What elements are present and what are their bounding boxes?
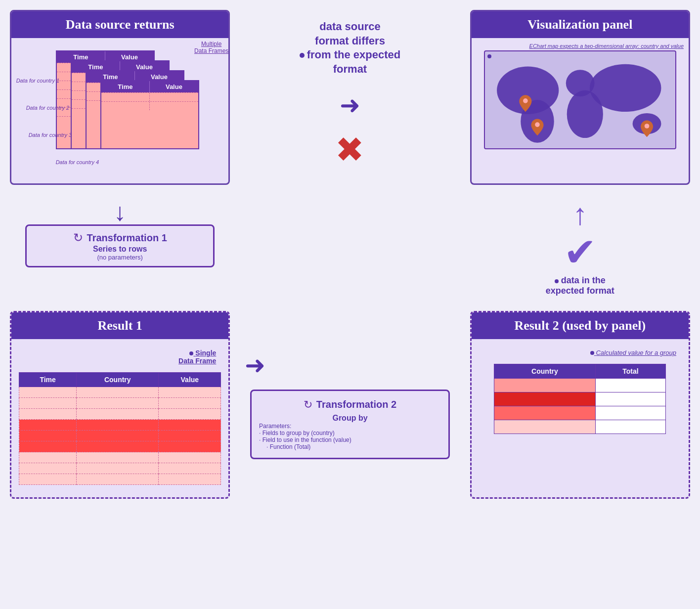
calculated-label: Calculated value for a group (479, 347, 681, 359)
expected-format-text: data in the expected format (546, 275, 614, 296)
stacked-frames: Time Value Tim (56, 50, 184, 169)
table-row (19, 474, 221, 485)
single-frame-label: Single Data Frame (19, 347, 221, 367)
result2-panel: Result 2 (used by panel) Calculated valu… (470, 311, 690, 499)
transformation2-param2: · Field to use in the function (value) (259, 436, 441, 443)
table-row (19, 387, 221, 398)
data-frame-4: Time Value (100, 80, 199, 149)
transformation2-subtitle: Group by (259, 414, 441, 423)
data-source-panel: Data source returns Multiple Data Frames… (10, 10, 230, 185)
visualization-panel: Visualization panel EChart map expects a… (470, 10, 690, 185)
down-arrow-1: ↓ (114, 200, 126, 224)
world-map-container (484, 50, 676, 149)
expected-format-section: ↑ ✔ data in the expected format (470, 195, 690, 301)
country-label-3: Data for country 3 (29, 132, 72, 138)
check-mark-icon: ✔ (564, 229, 597, 275)
transform2-icon: ↻ (304, 398, 312, 411)
up-arrow: ↑ (572, 200, 587, 229)
table-row (494, 379, 666, 392)
echart-label: EChart map expects a two-dimensional arr… (529, 43, 684, 49)
transformation1-params: (no parameters) (37, 254, 203, 261)
country-label-4: Data for country 4 (56, 159, 99, 165)
right-arrow: ➜ (340, 91, 360, 120)
transformation1-title: Transformation 1 (87, 232, 167, 244)
table-row (19, 420, 221, 431)
result2-title: Result 2 (used by panel) (472, 312, 689, 339)
data-source-title: Data source returns (11, 11, 228, 38)
time-col-header: Time (19, 373, 77, 387)
value-col-header: Value (159, 373, 221, 387)
country-label-1: Data for country 1 (16, 78, 59, 84)
table-row (19, 452, 221, 463)
bullet-dot (300, 53, 305, 58)
transformation2-section: ➜ ↻ Transformation 2 Group by Parameters… (240, 311, 460, 499)
svg-point-10 (535, 122, 540, 127)
transformation1-section: ↓ ↻ Transformation 1 Series to rows (no … (10, 195, 230, 301)
transformation2-param1: · Fields to group by (country) (259, 430, 441, 436)
result2-table: Country Total (494, 364, 666, 434)
table-row (494, 406, 666, 420)
table-row (19, 463, 221, 474)
total-header: Total (595, 364, 666, 379)
table-row (19, 441, 221, 452)
transformation2-title: Transformation 2 (316, 399, 396, 410)
table-row (19, 398, 221, 409)
country-col-header: Country (77, 373, 159, 387)
country-header: Country (494, 364, 595, 379)
svg-point-12 (644, 124, 649, 129)
svg-point-5 (590, 64, 661, 112)
transformation2-param3: · Function (Total) (259, 443, 441, 450)
x-mark-icon: ✖ (335, 130, 364, 170)
result1-panel: Result 1 Single Data Frame Time Country … (10, 311, 230, 499)
result1-title: Result 1 (11, 312, 228, 339)
transformation2-params-title: Parameters: (259, 423, 441, 430)
transformation2-card: ↻ Transformation 2 Group by Parameters: … (250, 390, 450, 459)
table-row (494, 420, 666, 434)
viz-panel-title: Visualization panel (472, 11, 689, 38)
table-row (494, 392, 666, 406)
format-differs-section: data source format differs from the expe… (240, 10, 460, 185)
transformation1-card: ↻ Transformation 1 Series to rows (no pa… (25, 224, 215, 267)
middle-spacer (240, 195, 460, 301)
table-row (19, 431, 221, 441)
svg-point-8 (523, 98, 528, 103)
right-arrow-2: ➜ (245, 351, 265, 380)
table-row (19, 409, 221, 420)
transformation1-subtitle: Series to rows (37, 245, 203, 254)
country-label-2: Data for country 2 (26, 105, 69, 111)
result1-table: Time Country Value (19, 372, 221, 485)
multiple-frames-label: Multiple Data Frames (194, 41, 228, 54)
format-differs-text: data source format differs from the expe… (300, 20, 401, 76)
transform1-icon: ↻ (73, 231, 83, 245)
